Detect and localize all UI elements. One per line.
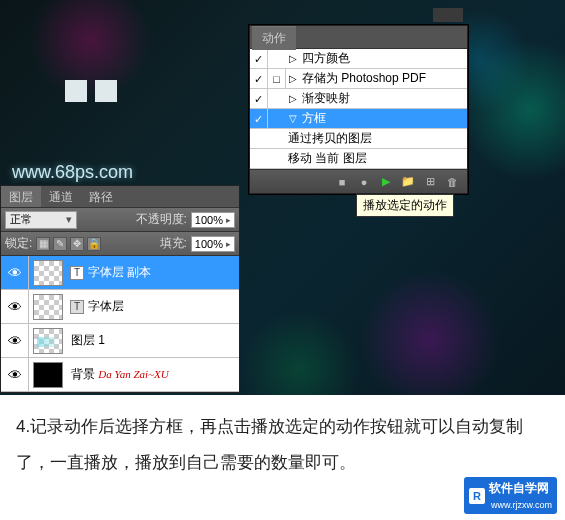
lock-row: 锁定: ▦ ✎ ✥ 🔒 填充: 100%: [1, 232, 239, 256]
fill-label: 填充:: [160, 235, 187, 252]
layer-thumb[interactable]: [33, 362, 63, 388]
layer-name[interactable]: 图层 1: [67, 332, 105, 349]
actions-panel: 动作 ✓▷四方颜色 ✓□▷存储为 Photoshop PDF ✓▷渐变映射 ✓▽…: [249, 25, 468, 194]
layers-tabs: 图层 通道 路径: [1, 186, 239, 208]
text-layer-icon: T: [70, 300, 84, 314]
layer-row[interactable]: 👁 背景 Da Yan Zai~XU: [1, 358, 239, 392]
tab-channels[interactable]: 通道: [41, 186, 81, 207]
eye-icon[interactable]: 👁: [1, 256, 29, 290]
record-icon[interactable]: ●: [357, 175, 371, 189]
blend-mode-select[interactable]: 正常: [5, 211, 77, 229]
tab-actions[interactable]: 动作: [252, 26, 296, 50]
layer-row[interactable]: 👁 T 字体层: [1, 290, 239, 324]
tab-layers[interactable]: 图层: [1, 186, 41, 207]
actions-footer: ■ ● ▶ 📁 ⊞ 🗑: [250, 169, 467, 193]
action-row[interactable]: ✓□▷存储为 Photoshop PDF: [250, 69, 467, 89]
lock-label: 锁定:: [5, 235, 32, 252]
lock-brush-icon[interactable]: ✎: [53, 237, 67, 251]
logo-url: www.rjzxw.com: [491, 500, 552, 510]
action-row[interactable]: 移动 当前 图层: [250, 149, 467, 169]
folder-icon[interactable]: 📁: [401, 175, 415, 189]
lock-pixels-icon[interactable]: ▦: [36, 237, 50, 251]
layer-list: 👁 T 字体层 副本 👁 T 字体层 👁 图层 1 👁 背景 Da Yan Za…: [1, 256, 239, 392]
logo-mark: R: [469, 488, 485, 504]
layer-thumb[interactable]: [33, 294, 63, 320]
layers-panel: 图层 通道 路径 正常 不透明度: 100% 锁定: ▦ ✎ ✥ 🔒 填充: 1…: [0, 185, 240, 393]
trash-icon[interactable]: 🗑: [445, 175, 459, 189]
text-layer-icon: T: [70, 266, 84, 280]
action-row[interactable]: ✓▷渐变映射: [250, 89, 467, 109]
eye-icon[interactable]: 👁: [1, 358, 29, 392]
photoshop-canvas: www.68ps.com 动作 ✓▷四方颜色 ✓□▷存储为 Photoshop …: [0, 0, 565, 395]
layer-row[interactable]: 👁 图层 1: [1, 324, 239, 358]
new-icon[interactable]: ⊞: [423, 175, 437, 189]
demo-squares: [65, 80, 117, 102]
opacity-label: 不透明度:: [136, 211, 187, 228]
stop-icon[interactable]: ■: [335, 175, 349, 189]
fill-input[interactable]: 100%: [191, 236, 235, 252]
eye-icon[interactable]: 👁: [1, 290, 29, 324]
action-row[interactable]: ✓▷四方颜色: [250, 49, 467, 69]
opacity-input[interactable]: 100%: [191, 212, 235, 228]
play-icon[interactable]: ▶: [379, 175, 393, 189]
eye-icon[interactable]: 👁: [1, 324, 29, 358]
action-row-selected[interactable]: ✓▽方框: [250, 109, 467, 129]
action-row[interactable]: 通过拷贝的图层: [250, 129, 467, 149]
layer-thumb[interactable]: [33, 260, 63, 286]
site-logo: R 软件自学网 www.rjzxw.com: [464, 477, 557, 514]
layer-name[interactable]: 字体层: [84, 298, 124, 315]
tab-paths[interactable]: 路径: [81, 186, 121, 207]
watermark-text: www.68ps.com: [12, 162, 133, 183]
lock-all-icon[interactable]: 🔒: [87, 237, 101, 251]
logo-brand: 软件自学网: [489, 481, 549, 495]
lock-move-icon[interactable]: ✥: [70, 237, 84, 251]
play-tooltip: 播放选定的动作: [356, 194, 454, 217]
actions-tabbar[interactable]: 动作: [250, 26, 467, 48]
layer-name[interactable]: 字体层 副本: [84, 264, 151, 281]
lock-icons: ▦ ✎ ✥ 🔒: [36, 237, 101, 251]
actions-list: ✓▷四方颜色 ✓□▷存储为 Photoshop PDF ✓▷渐变映射 ✓▽方框 …: [250, 48, 467, 169]
layer-thumb[interactable]: [33, 328, 63, 354]
blend-row: 正常 不透明度: 100%: [1, 208, 239, 232]
layer-row-selected[interactable]: 👁 T 字体层 副本: [1, 256, 239, 290]
layer-name[interactable]: 背景 Da Yan Zai~XU: [67, 366, 169, 383]
